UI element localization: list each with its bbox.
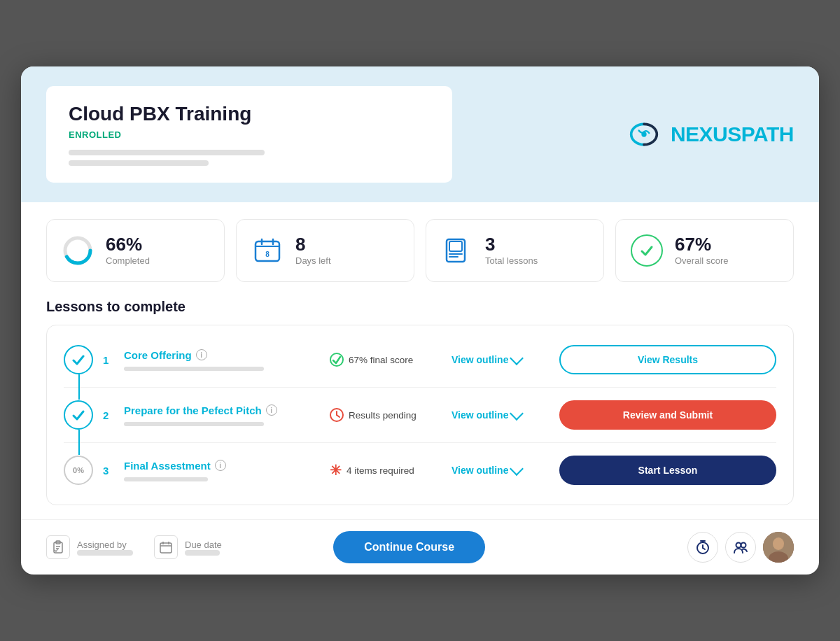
lessons-title: Lessons to complete (46, 299, 794, 315)
lessons-icon (440, 234, 474, 267)
score-icon (630, 234, 664, 267)
due-date-content: Due date (185, 540, 222, 556)
header-banner: Cloud PBX Training ENROLLED NEXUSPATH (21, 66, 819, 202)
svg-line-27 (703, 548, 705, 549)
due-date-icon (154, 535, 178, 559)
svg-line-15 (337, 415, 340, 417)
lesson-info-2: Prepare for the Pefect Pitch i (124, 404, 320, 426)
stat-days-left: 8 8 Days left (236, 219, 414, 282)
status-clock-2 (330, 408, 344, 422)
step-label-3: 0% (73, 466, 84, 474)
lesson-subbar-1 (124, 367, 264, 371)
score-check-circle (631, 234, 663, 267)
chevron-down-2 (510, 407, 524, 421)
main-window: Cloud PBX Training ENROLLED NEXUSPATH (21, 66, 819, 575)
view-outline-btn-1[interactable]: View outline (451, 354, 550, 365)
calendar-icon: 8 (251, 234, 284, 267)
group-svg (733, 540, 748, 555)
step-connector-1 (78, 374, 80, 400)
stat-total-lessons: 3 Total lessons (426, 219, 604, 282)
due-date-label: Due date (185, 540, 222, 550)
completed-value: 66% (106, 235, 150, 253)
asterisk-icon: ✳ (330, 462, 342, 479)
svg-point-30 (741, 543, 746, 548)
lessons-svg (442, 236, 472, 265)
days-value: 8 (295, 235, 331, 253)
step-connector-2 (78, 430, 80, 455)
review-submit-btn[interactable]: Review and Submit (559, 400, 776, 430)
logo-text: NEXUSPATH (671, 122, 794, 146)
lesson-info-3: Final Assestment i (124, 460, 320, 481)
stat-overall-score: 67% Overall score (615, 219, 794, 282)
due-date-value (185, 550, 220, 556)
lesson-status-2: Results pending (330, 408, 442, 422)
due-date-svg (159, 540, 173, 554)
timer-svg (695, 540, 710, 555)
progress-bars (69, 150, 430, 166)
view-outline-btn-3[interactable]: View outline (451, 465, 550, 476)
view-results-btn[interactable]: View Results (559, 345, 776, 374)
clipboard-svg (51, 540, 65, 554)
lesson-name-3: Final Assestment i (124, 460, 320, 472)
logo-text-light: PATH (741, 122, 794, 146)
due-date-item: Due date (154, 535, 222, 559)
step-wrap-2 (64, 400, 93, 430)
lessons-section: Lessons to complete 1 Core Offering (21, 293, 819, 519)
svg-rect-9 (449, 241, 462, 251)
timer-btn[interactable] (687, 532, 718, 563)
step-circle-3: 0% (64, 456, 93, 485)
lesson-num-3: 3 (103, 465, 114, 477)
stats-row: 66% Completed 8 8 Days left (21, 202, 819, 293)
chevron-down-3 (510, 462, 524, 476)
progress-bar-2 (69, 160, 209, 166)
group-btn[interactable] (725, 532, 756, 563)
score-value: 67% (675, 235, 729, 253)
completed-icon (61, 234, 94, 267)
lesson-name-1: Core Offering i (124, 349, 320, 361)
completed-label: Completed (106, 255, 150, 266)
clipboard-icon (46, 535, 70, 559)
lesson-row-1: 1 Core Offering i 67% final score (64, 332, 776, 388)
stat-completed: 66% Completed (46, 219, 225, 282)
enrolled-badge: ENROLLED (69, 129, 430, 140)
lesson-status-3: ✳ 4 items required (330, 462, 442, 479)
step-wrap-1 (64, 345, 93, 374)
check-icon (639, 243, 654, 258)
step-circle-1 (64, 345, 93, 374)
footer-icons (687, 532, 794, 563)
logo-icon (624, 119, 664, 150)
avatar-image (763, 532, 794, 563)
lesson-name-2: Prepare for the Pefect Pitch i (124, 404, 320, 416)
assigned-by-item: Assigned by (46, 535, 133, 559)
logo: NEXUSPATH (624, 119, 794, 150)
assigned-by-label: Assigned by (77, 540, 133, 550)
info-icon-1[interactable]: i (196, 349, 207, 360)
chevron-down-1 (510, 351, 524, 365)
donut-chart (62, 234, 94, 267)
view-outline-btn-2[interactable]: View outline (451, 409, 550, 421)
lesson-num-1: 1 (103, 354, 114, 366)
svg-point-29 (736, 543, 741, 548)
continue-course-btn[interactable]: Continue Course (333, 531, 485, 563)
avatar-svg (763, 532, 794, 563)
lessons-label: Total lessons (485, 255, 538, 266)
assigned-by-value (77, 550, 133, 556)
lesson-subbar-3 (124, 477, 208, 481)
svg-text:8: 8 (265, 251, 270, 258)
lessons-card: 1 Core Offering i 67% final score (46, 325, 794, 505)
start-lesson-btn[interactable]: Start Lesson (559, 456, 776, 485)
score-label: Overall score (675, 255, 729, 266)
lessons-value: 3 (485, 235, 538, 253)
step-check-2 (71, 407, 86, 423)
assigned-by-content: Assigned by (77, 540, 133, 556)
info-icon-3[interactable]: i (215, 460, 226, 471)
info-icon-2[interactable]: i (266, 404, 277, 416)
svg-point-12 (330, 353, 343, 366)
step-check-1 (71, 352, 86, 367)
lesson-info-1: Core Offering i (124, 349, 320, 371)
svg-rect-20 (160, 543, 172, 553)
step-wrap-3: 0% (64, 456, 93, 485)
lesson-row-3: 0% 3 Final Assestment i ✳ 4 items requir… (64, 443, 776, 498)
lesson-row-2: 2 Prepare for the Pefect Pitch i Results… (64, 388, 776, 443)
user-avatar[interactable] (763, 532, 794, 563)
